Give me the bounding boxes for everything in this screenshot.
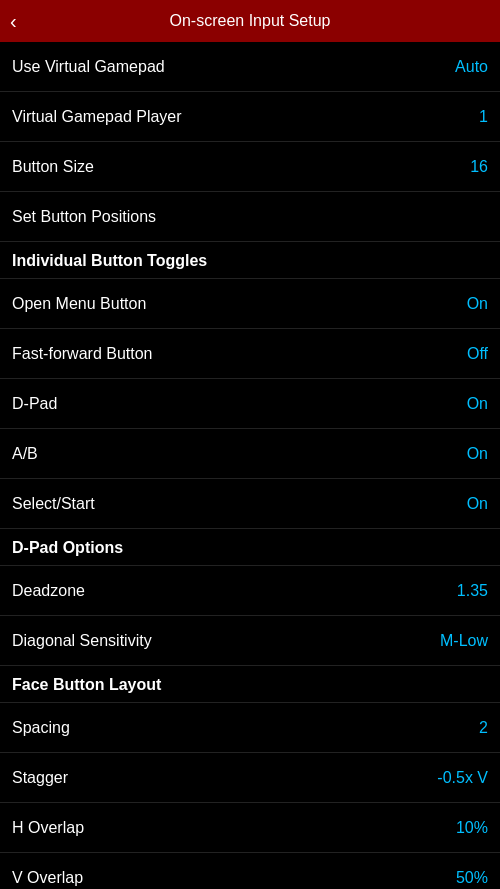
section-title-face-button-layout: Face Button Layout xyxy=(12,676,161,693)
value-stagger: -0.5x V xyxy=(437,769,488,787)
row-deadzone[interactable]: Deadzone1.35 xyxy=(0,566,500,616)
label-set-button-positions: Set Button Positions xyxy=(12,208,488,226)
row-h-overlap[interactable]: H Overlap10% xyxy=(0,803,500,853)
value-deadzone: 1.35 xyxy=(457,582,488,600)
row-button-size[interactable]: Button Size16 xyxy=(0,142,500,192)
value-d-pad: On xyxy=(467,395,488,413)
label-use-virtual-gamepad: Use Virtual Gamepad xyxy=(12,58,445,76)
value-fast-forward-button: Off xyxy=(467,345,488,363)
section-title-individual-button-toggles: Individual Button Toggles xyxy=(12,252,207,269)
section-header-d-pad-options: D-Pad Options xyxy=(0,529,500,566)
row-spacing[interactable]: Spacing2 xyxy=(0,703,500,753)
label-stagger: Stagger xyxy=(12,769,427,787)
label-fast-forward-button: Fast-forward Button xyxy=(12,345,457,363)
label-v-overlap: V Overlap xyxy=(12,869,446,887)
value-v-overlap: 50% xyxy=(456,869,488,887)
header: ‹ On-screen Input Setup xyxy=(0,0,500,42)
label-select-start: Select/Start xyxy=(12,495,457,513)
value-h-overlap: 10% xyxy=(456,819,488,837)
row-fast-forward-button[interactable]: Fast-forward ButtonOff xyxy=(0,329,500,379)
label-open-menu-button: Open Menu Button xyxy=(12,295,457,313)
value-use-virtual-gamepad: Auto xyxy=(455,58,488,76)
label-h-overlap: H Overlap xyxy=(12,819,446,837)
row-set-button-positions[interactable]: Set Button Positions xyxy=(0,192,500,242)
value-spacing: 2 xyxy=(479,719,488,737)
row-stagger[interactable]: Stagger-0.5x V xyxy=(0,753,500,803)
value-ab: On xyxy=(467,445,488,463)
row-virtual-gamepad-player[interactable]: Virtual Gamepad Player1 xyxy=(0,92,500,142)
row-diagonal-sensitivity[interactable]: Diagonal SensitivityM-Low xyxy=(0,616,500,666)
value-virtual-gamepad-player: 1 xyxy=(479,108,488,126)
row-v-overlap[interactable]: V Overlap50% xyxy=(0,853,500,889)
value-button-size: 16 xyxy=(470,158,488,176)
page-title: On-screen Input Setup xyxy=(0,12,500,30)
value-select-start: On xyxy=(467,495,488,513)
section-header-face-button-layout: Face Button Layout xyxy=(0,666,500,703)
label-deadzone: Deadzone xyxy=(12,582,447,600)
row-d-pad[interactable]: D-PadOn xyxy=(0,379,500,429)
label-virtual-gamepad-player: Virtual Gamepad Player xyxy=(12,108,469,126)
value-open-menu-button: On xyxy=(467,295,488,313)
row-use-virtual-gamepad[interactable]: Use Virtual GamepadAuto xyxy=(0,42,500,92)
label-diagonal-sensitivity: Diagonal Sensitivity xyxy=(12,632,430,650)
section-title-d-pad-options: D-Pad Options xyxy=(12,539,123,556)
section-header-individual-button-toggles: Individual Button Toggles xyxy=(0,242,500,279)
label-ab: A/B xyxy=(12,445,457,463)
row-select-start[interactable]: Select/StartOn xyxy=(0,479,500,529)
row-ab[interactable]: A/BOn xyxy=(0,429,500,479)
value-diagonal-sensitivity: M-Low xyxy=(440,632,488,650)
back-button[interactable]: ‹ xyxy=(10,10,17,33)
label-button-size: Button Size xyxy=(12,158,460,176)
label-spacing: Spacing xyxy=(12,719,469,737)
row-open-menu-button[interactable]: Open Menu ButtonOn xyxy=(0,279,500,329)
label-d-pad: D-Pad xyxy=(12,395,457,413)
